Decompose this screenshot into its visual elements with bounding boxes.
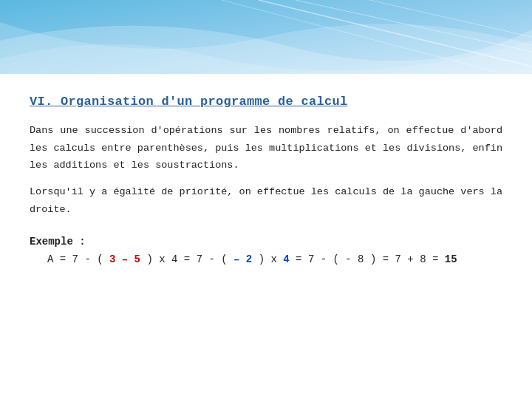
additions-text: additions bbox=[53, 160, 107, 171]
example-formula: A = 7 - ( 3 – 5 ) x 4 = 7 - ( – 2 ) x 4 … bbox=[47, 250, 502, 269]
example-label: Exemple : bbox=[30, 236, 502, 248]
result: 15 bbox=[445, 253, 457, 265]
header-background bbox=[0, 0, 532, 81]
header-wave-svg bbox=[0, 0, 532, 81]
step2-x4: 4 bbox=[283, 253, 289, 265]
priority-paragraph: Lorsqu'il y a égalité de priorité, on ef… bbox=[30, 183, 502, 218]
step2-highlight: – 2 bbox=[233, 253, 252, 265]
section-title: VI. Organisation d'un programme de calcu… bbox=[30, 95, 502, 109]
content-area: VI. Organisation d'un programme de calcu… bbox=[0, 74, 532, 399]
step1-highlight: 3 – 5 bbox=[109, 253, 140, 265]
main-paragraph: Dans une succession d'opérations sur les… bbox=[30, 122, 502, 174]
